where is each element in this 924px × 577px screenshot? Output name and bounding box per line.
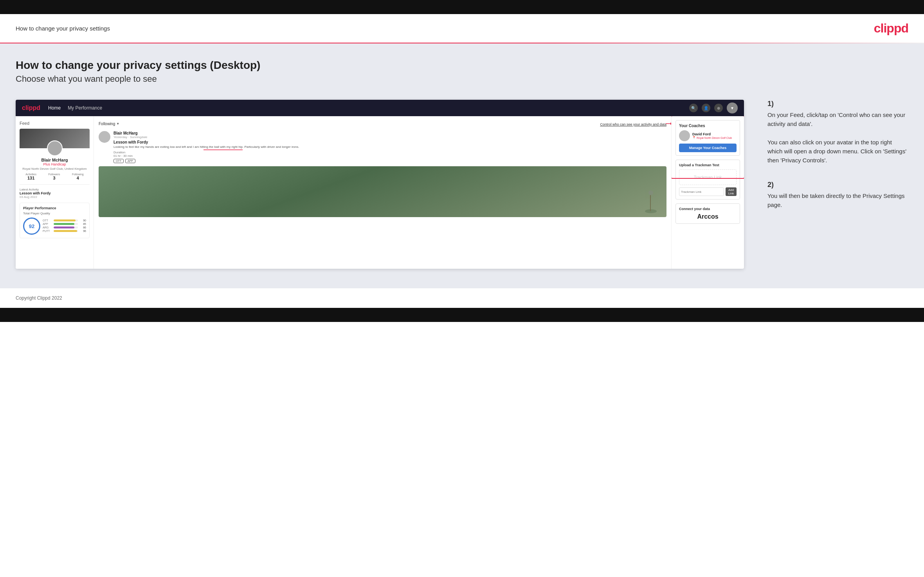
stat-activities-value: 131	[25, 176, 36, 180]
instruction-1-number-bold: 1)	[767, 100, 774, 108]
profile-name: Blair McHarg	[20, 158, 90, 162]
app-right-panel: Your Coaches David Ford 📍 Royal North De…	[672, 116, 744, 269]
page-heading: How to change your privacy settings (Des…	[16, 59, 908, 72]
app-label: APP	[43, 223, 52, 225]
profile-avatar	[47, 140, 63, 156]
profile-card: Blair McHarg Plus Handicap Royal North D…	[20, 129, 90, 185]
trackman-box: Upload a Trackman Test Trackman Link Add…	[675, 160, 740, 200]
player-perf-content: 92 OTT 90	[23, 217, 86, 235]
instruction-1-number: 1)	[767, 100, 908, 108]
search-icon[interactable]: 🔍	[689, 104, 698, 112]
duration-label-text: Duration	[113, 151, 125, 154]
post-author-name: Blair McHarg	[113, 131, 666, 135]
following-dropdown[interactable]: Following ▼	[99, 122, 119, 126]
latest-activity-name: Lesson with Fordy	[20, 191, 90, 195]
main-content: How to change your privacy settings (Des…	[0, 43, 924, 288]
arg-value: 86	[79, 226, 86, 229]
tag-ott: OTT	[113, 159, 124, 163]
arg-fill	[54, 226, 74, 228]
trackman-input-row: Add Link	[679, 187, 737, 196]
connect-title: Connect your data	[679, 207, 737, 211]
latest-activity-label: Latest Activity	[20, 188, 90, 191]
stat-followers-value: 3	[49, 176, 60, 180]
app-fill	[54, 223, 74, 225]
post-description: Looking to feel like my hands are exitin…	[113, 145, 666, 149]
feed-post: Blair McHarg Yesterday · Sunningdale Les…	[99, 131, 666, 163]
manage-coaches-button[interactable]: Manage Your Coaches	[679, 144, 737, 152]
svg-point-4	[648, 191, 653, 195]
person-icon[interactable]: 👤	[702, 104, 710, 112]
player-perf-quality: Total Player Quality	[23, 212, 86, 215]
coach-club: 📍 Royal North Devon Golf Club	[692, 136, 732, 139]
profile-tag: Plus Handicap	[20, 162, 90, 166]
app-nav-logo: clippd	[22, 104, 40, 111]
putt-track	[54, 230, 78, 232]
post-duration-label: Duration	[113, 151, 666, 154]
post-image	[99, 166, 666, 217]
player-perf-score: 92	[23, 217, 40, 235]
latest-activity: Latest Activity Lesson with Fordy 03 Aug…	[20, 188, 90, 199]
connect-data-box: Connect your data Arccos	[675, 203, 740, 224]
app-feed: Following ▼ Control who can see your act…	[94, 116, 672, 269]
coach-name: David Ford	[692, 132, 732, 136]
trackman-placeholder: Trackman Link	[679, 169, 737, 185]
page-subheading: Choose what you want people to see	[16, 74, 908, 84]
post-tags: OTT APP	[113, 159, 666, 163]
instruction-2-text: You will then be taken directly to the P…	[767, 191, 908, 210]
profile-stats: Activities 131 Followers 3 Following 4	[20, 173, 90, 180]
app-screenshot: clippd Home My Performance 🔍 👤 ⊕ ▼	[16, 100, 744, 269]
ott-track	[54, 219, 78, 221]
notifications-icon[interactable]: ⊕	[714, 104, 723, 112]
nav-link-home[interactable]: Home	[48, 105, 61, 111]
coach-avatar	[679, 130, 690, 141]
ott-fill	[54, 219, 76, 221]
ott-label: OTT	[43, 219, 52, 222]
following-label: Following	[99, 122, 115, 126]
arccos-brand: Arccos	[679, 213, 737, 220]
post-meta: Yesterday · Sunningdale	[113, 135, 666, 139]
coach-info: David Ford 📍 Royal North Devon Golf Club	[692, 132, 732, 139]
header: How to change your privacy settings clip…	[0, 14, 924, 43]
putt-value: 96	[79, 230, 86, 232]
footer-text: Copyright Clippd 2022	[16, 295, 62, 301]
user-avatar[interactable]: ▼	[727, 102, 738, 113]
coach-club-name: Royal North Devon Golf Club	[697, 137, 732, 139]
tag-app: APP	[125, 159, 135, 163]
following-bar: Following ▼ Control who can see your act…	[99, 120, 666, 127]
trackman-placeholder-text: Trackman Link	[694, 175, 722, 180]
app-value: 85	[79, 223, 86, 225]
trackman-title: Upload a Trackman Test	[679, 163, 737, 167]
golf-image-decoration	[643, 190, 659, 213]
logo: clippd	[874, 21, 908, 36]
feed-label: Feed	[20, 121, 90, 126]
stat-followers: Followers 3	[49, 173, 60, 180]
stat-activities-label: Activities	[25, 173, 36, 176]
bottom-bar	[0, 308, 924, 322]
app-nav: clippd Home My Performance 🔍 👤 ⊕ ▼	[16, 100, 744, 116]
latest-activity-date: 03 Aug 2022	[20, 195, 90, 199]
arg-label: ARG	[43, 226, 52, 229]
profile-banner	[20, 129, 90, 148]
player-performance: Player Performance Total Player Quality …	[20, 203, 90, 238]
arg-track	[54, 226, 78, 228]
app-mock-wrapper: clippd Home My Performance 🔍 👤 ⊕ ▼	[16, 100, 744, 269]
nav-link-my-performance[interactable]: My Performance	[68, 105, 102, 111]
app-nav-icons: 🔍 👤 ⊕ ▼	[689, 102, 738, 113]
trackman-link-input[interactable]	[679, 187, 724, 196]
control-privacy-link[interactable]: Control who can see your activity and da…	[600, 122, 666, 126]
instruction-1-text: On your Feed, click/tap on 'Control who …	[767, 110, 908, 165]
stat-followers-label: Followers	[49, 173, 60, 176]
post-title: Lesson with Fordy	[113, 140, 666, 144]
perf-bar-ott: OTT 90	[43, 219, 86, 222]
coaches-title: Your Coaches	[679, 124, 737, 128]
trackman-add-button[interactable]: Add Link	[726, 187, 737, 196]
player-perf-bars: OTT 90 APP	[43, 219, 86, 233]
stat-following-label: Following	[72, 173, 84, 176]
post-duration-value: 01 hr : 30 min	[113, 154, 666, 158]
instruction-2-number-bold: 2)	[767, 181, 774, 189]
chevron-down-icon: ▼	[116, 122, 119, 126]
perf-bar-putt: PUTT 96	[43, 230, 86, 232]
post-author-avatar	[99, 131, 110, 143]
arrow-annotation	[666, 121, 672, 126]
two-col-layout: clippd Home My Performance 🔍 👤 ⊕ ▼	[16, 100, 908, 269]
